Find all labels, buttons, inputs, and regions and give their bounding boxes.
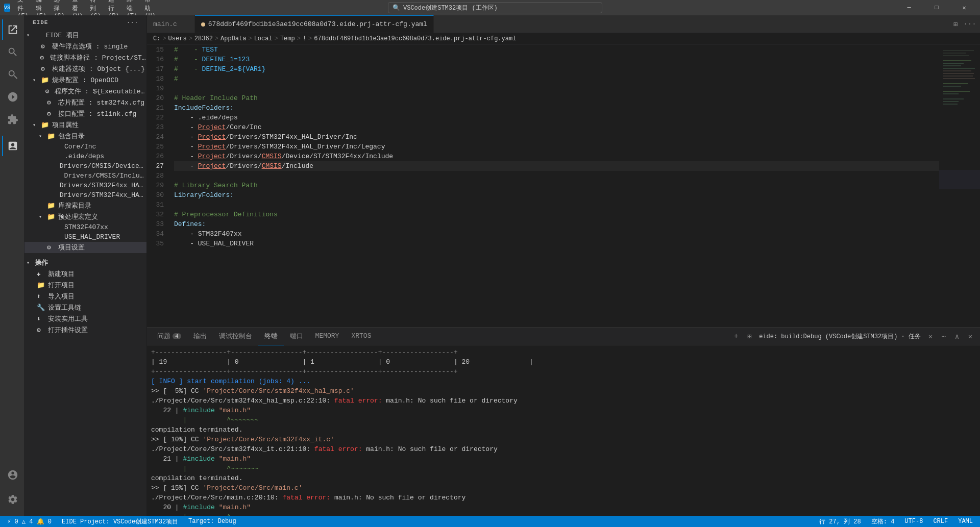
code-line: # - DEFINE_1=123: [174, 55, 939, 64]
status-item[interactable]: 空格: 4: [868, 516, 898, 527]
operation-item[interactable]: ⬆导入项目: [24, 291, 146, 302]
op-icon: ⚙: [37, 326, 46, 334]
more-actions-button[interactable]: ···: [964, 18, 976, 30]
sidebar-item[interactable]: ⚙链接脚本路径 : Project/STM...: [24, 52, 146, 63]
activity-settings[interactable]: [2, 489, 22, 510]
tree-arrow: ▾: [33, 77, 41, 83]
status-item[interactable]: EIDE Project: VSCode创建STM32项目: [59, 516, 181, 527]
split-editor-button[interactable]: ⊞: [949, 18, 962, 30]
maximize-button[interactable]: □: [925, 0, 948, 15]
sidebar-item[interactable]: Core/Inc: [24, 142, 146, 152]
sidebar-item[interactable]: Drivers/STM32F4xx_HAL_Drive...: [24, 181, 146, 190]
panel-tab[interactable]: 问题4: [151, 328, 187, 345]
status-item[interactable]: CRLF: [930, 516, 951, 527]
svg-rect-3: [943, 55, 969, 56]
sidebar-item[interactable]: Drivers/CMSIS/Device/ST/STM...: [24, 161, 146, 171]
op-label: 导入项目: [48, 292, 75, 301]
minimize-button[interactable]: ─: [897, 0, 921, 15]
sidebar-item[interactable]: STM32F407xx: [24, 222, 146, 232]
panel-tab[interactable]: 端口: [284, 328, 309, 345]
line-number: 23: [151, 122, 164, 132]
restore-panel-button[interactable]: ⋯: [938, 331, 949, 342]
activity-search[interactable]: [2, 42, 22, 62]
close-panel-button[interactable]: ✕: [965, 331, 976, 342]
sidebar-item[interactable]: ▾📁包含目录: [24, 131, 146, 142]
item-icon: ⚙: [47, 110, 56, 118]
comment: # Preprocessor Definitions: [174, 211, 278, 218]
sidebar: EIDE ··· ▾EIDE 项目⚙硬件浮点选项 : single⚙链接脚本路径…: [24, 15, 147, 516]
operation-item[interactable]: 🔧设置工具链: [24, 302, 146, 313]
status-item[interactable]: ⚡ 0 △ 4 🔔 0: [4, 516, 55, 527]
activity-debug[interactable]: [2, 87, 22, 107]
line-number: 28: [151, 171, 164, 181]
activity-source-control[interactable]: [2, 64, 22, 85]
breadcrumb-part[interactable]: C:: [153, 35, 160, 42]
code-content[interactable]: # - TEST# - DEFINE_1=123# - DEFINE_2=${V…: [170, 45, 939, 327]
editor-tab[interactable]: 678ddbf469fbd1b1e3ae19cc608a0d73.eide.pr…: [195, 15, 434, 33]
breadcrumb-part[interactable]: 28362: [194, 35, 213, 42]
status-item[interactable]: Target: Debug: [185, 516, 239, 527]
status-item[interactable]: YAML: [955, 516, 976, 527]
operation-item[interactable]: ⬇安装实用工具: [24, 313, 146, 324]
breadcrumb-part[interactable]: AppData: [220, 35, 246, 42]
maximize-panel-button[interactable]: ∧: [951, 331, 963, 342]
line-number: 32: [151, 210, 164, 219]
breadcrumb-part: >: [275, 35, 278, 42]
item-label: Drivers/STM32F4xx_HAL_Drive...: [60, 182, 146, 189]
breadcrumb-part[interactable]: Local: [254, 35, 273, 42]
sidebar-item[interactable]: USE_HAL_DRIVER: [24, 232, 146, 242]
breadcrumb-part[interactable]: !: [303, 35, 306, 42]
activity-explorer[interactable]: [2, 19, 22, 40]
sidebar-item[interactable]: 📁库搜索目录: [24, 200, 146, 211]
item-icon: ⚙: [41, 42, 50, 51]
sidebar-item[interactable]: ⚙项目设置: [24, 242, 146, 253]
sidebar-item[interactable]: .eide/deps: [24, 152, 146, 161]
breadcrumb-part[interactable]: Temp: [280, 35, 295, 42]
sidebar-item[interactable]: ⚙构建器选项 : Object {...}: [24, 63, 146, 74]
svg-rect-19: [939, 170, 980, 189]
activity-account[interactable]: [2, 465, 22, 485]
panel-tab[interactable]: 输出: [187, 328, 213, 345]
panel-content[interactable]: +------------------+------------------+-…: [147, 345, 980, 516]
sidebar-item[interactable]: ⚙接口配置 : stlink.cfg: [24, 108, 146, 119]
sidebar-item[interactable]: ⚙程序文件 : ${ExecutableName...}: [24, 86, 146, 97]
operation-item[interactable]: ⚙打开插件设置: [24, 324, 146, 336]
panel-tab[interactable]: 调试控制台: [213, 328, 258, 345]
status-item[interactable]: 行 27, 列 28: [816, 516, 864, 527]
sidebar-item[interactable]: ⚙硬件浮点选项 : single: [24, 41, 146, 52]
item-icon: 📁: [47, 132, 56, 140]
sidebar-item[interactable]: ▾📁项目属性: [24, 119, 146, 131]
sidebar-item[interactable]: ▾📁预处理宏定义: [24, 211, 146, 222]
minimap: [939, 45, 980, 327]
panel-tab-label: 问题: [157, 332, 170, 341]
panel-tab[interactable]: MEMORY: [309, 328, 346, 345]
path-highlight: Project: [198, 133, 226, 141]
breadcrumb-part[interactable]: Users: [168, 35, 187, 42]
sidebar-item[interactable]: ▾📁烧录配置 : OpenOCD: [24, 74, 146, 86]
sidebar-item[interactable]: ▾EIDE 项目: [24, 30, 146, 41]
sidebar-item[interactable]: Drivers/CMSIS/Include: [24, 171, 146, 181]
breadcrumb-part[interactable]: 678ddbf469fbd1b1e3ae19cc608a0d73.eide.pr…: [314, 35, 516, 42]
sidebar-item[interactable]: ⚙芯片配置 : stm32f4x.cfg: [24, 97, 146, 108]
operation-item[interactable]: ✚新建项目: [24, 268, 146, 280]
code-line: Defines:: [174, 219, 939, 229]
split-terminal-button[interactable]: ⊞: [744, 331, 755, 342]
panel-tab[interactable]: 终端: [258, 328, 284, 345]
close-button[interactable]: ✕: [952, 0, 976, 15]
status-item[interactable]: UTF-8: [901, 516, 926, 527]
code-line: - STM32F407xx: [174, 229, 939, 239]
search-box[interactable]: 🔍 VSCode创建STM32项目 (工作区): [388, 2, 602, 13]
kill-terminal-button[interactable]: ✕: [925, 331, 936, 342]
terminal-line: ./Project/Core/Src/stm32f4xx_hal_msp.c:2…: [151, 396, 976, 406]
new-terminal-button[interactable]: +: [730, 331, 742, 342]
title-bar-right: ─ □ ✕: [884, 0, 976, 15]
editor-tab[interactable]: main.c✕: [147, 15, 195, 33]
panel-tab[interactable]: XRTOS: [345, 328, 377, 345]
title-bar-center: 🔍 VSCode创建STM32项目 (工作区): [106, 2, 884, 13]
sidebar-more-icon[interactable]: ···: [127, 19, 138, 26]
activity-eide[interactable]: [2, 136, 22, 156]
activity-extensions[interactable]: [2, 109, 22, 130]
operation-item[interactable]: 📁打开项目: [24, 280, 146, 291]
svg-rect-18: [943, 104, 958, 105]
sidebar-item[interactable]: Drivers/STM32F4xx_HAL_Drive...: [24, 190, 146, 200]
